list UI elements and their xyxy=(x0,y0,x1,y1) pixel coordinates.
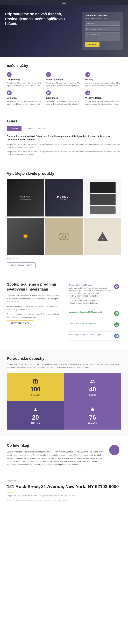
stat-awards: 76 Ocenění xyxy=(64,401,121,430)
about-para-2: Sample text. Click to select the text bo… xyxy=(7,150,121,156)
form-subtitle: Naplánujte si schůzku s námi xyxy=(85,18,120,20)
projects-icon xyxy=(32,378,39,384)
development-icon xyxy=(85,72,90,77)
stat-label: Clients xyxy=(89,394,96,396)
product-item: CUBIKEN KITCHEN DESIGN xyxy=(7,179,44,216)
webdesign-icon xyxy=(85,90,90,95)
team-icon xyxy=(32,406,39,413)
webinar-bullet: • Cursus in hac. xyxy=(69,298,113,299)
webinar-icon xyxy=(114,334,119,338)
stat-number: 100 xyxy=(30,386,40,393)
university-para-1: Etiam erat velit scelerisque in dictum n… xyxy=(7,294,61,303)
hero-title: Připravujeme se na váš úspěch, Poskytuje… xyxy=(5,12,77,26)
form-email-input[interactable] xyxy=(85,27,120,31)
webinar-tag: Create a Webinar in Minutes xyxy=(69,284,113,286)
service-name: Grafický design xyxy=(46,78,82,81)
view-more-button[interactable]: PROHLÉDNOUT VÍCE xyxy=(7,262,35,268)
design-icon xyxy=(46,72,51,77)
list-item: Logistika Sample text. Click to select t… xyxy=(7,90,43,105)
list-item: Webový design Sample text. Click to sele… xyxy=(85,90,121,105)
service-desc: Sample text. Click to select the text bo… xyxy=(46,82,82,87)
services-section: naše služby Copywriting Sample text. Cli… xyxy=(0,56,128,112)
webinar-bullet: • Purus ut faucibus pulvinar elementum. xyxy=(69,300,113,302)
stat-label: Náš tým xyxy=(31,422,40,424)
product-visual: Z xyxy=(84,218,121,255)
hamburger-line xyxy=(62,2,66,3)
products-section: Vytvářejte skvělé produkty CUBIKEN KITCH… xyxy=(0,164,128,275)
webinar-item: Management Sustainability Management xyxy=(67,309,121,318)
service-desc: Sample text. Click to select the text bo… xyxy=(85,100,121,105)
service-name: Webový design xyxy=(85,96,121,99)
form-submit-button[interactable]: Předložit xyxy=(85,42,100,47)
about-tabs: Overview Founder Mission xyxy=(7,126,121,131)
hero-text-block: Připravujeme se na váš úspěch, Poskytuje… xyxy=(5,12,77,28)
location-note: Sample text. Click to select the text bo… xyxy=(7,499,121,502)
stat-number: 20 xyxy=(32,414,39,421)
service-desc: Sample text. Click to select the text bo… xyxy=(46,100,82,105)
stat-label: Projekty xyxy=(31,394,40,396)
university-left: Spolupracujeme s předními světovými univ… xyxy=(7,282,61,326)
logistics-icon xyxy=(7,90,12,95)
advisory-title: Poradenské úspěchy xyxy=(7,356,121,361)
webinar-content: Learn how to grow your business xyxy=(69,322,96,325)
stats-grid: 100 Projekty 40 Clients 20 Náš tým 76 Oc… xyxy=(7,373,121,430)
webinar-tag: Learn how to grow your business xyxy=(69,322,96,324)
webinar-tag: Management Sustainability Management xyxy=(69,311,102,313)
stat-projects: 100 Projekty xyxy=(7,373,64,401)
awards-icon xyxy=(90,406,96,413)
location-tag: UMÍSTĚNÍ xyxy=(7,480,121,482)
form-name-input[interactable] xyxy=(85,21,120,26)
about-content: Brave je inovativní webové řešení, které… xyxy=(7,134,121,156)
services-grid: Copywriting Sample text. Click to select… xyxy=(7,72,121,105)
svg-point-2 xyxy=(62,233,66,236)
university-para-3: Feugiat in fermentum posuere urna nec. P… xyxy=(7,313,61,319)
webinar-icon xyxy=(114,322,119,327)
webinar-icon xyxy=(114,311,119,316)
location-desc: Sample text. Click to select the text bo… xyxy=(7,494,121,497)
stat-number: 76 xyxy=(89,414,96,421)
tab-founder[interactable]: Founder xyxy=(21,126,35,131)
about-para-1: Sample text. Click to select the text bo… xyxy=(7,143,121,149)
webinar-content: Management Sustainability Management xyxy=(69,311,102,314)
yellow-divider xyxy=(7,492,14,492)
location-address: 121 Rock Sreet, 21 Avenue, New York, NY … xyxy=(7,484,121,490)
webinar-bullet: • Tortor at risus viverra adipiscing at … xyxy=(69,295,113,297)
service-name: Rozvoj xyxy=(85,78,121,81)
products-grid: CUBIKEN KITCHEN DESIGN MOCKUP MOCKUP 🦁 xyxy=(7,179,121,255)
list-item: Rozvoj Sample text. Click to select the … xyxy=(85,72,121,87)
advisory-para: Sample text. Click to select the text bo… xyxy=(7,363,121,369)
form-title: Domluvte si schůzku xyxy=(85,14,120,17)
read-more-button[interactable]: PŘEČTĚTE SI VÍCE xyxy=(7,320,33,326)
hamburger-button[interactable] xyxy=(62,1,66,4)
hero-section: Připravujeme se na váš úspěch, Poskytuje… xyxy=(0,5,128,56)
product-visual xyxy=(45,218,83,255)
product-visual xyxy=(84,179,121,216)
svg-text:Z: Z xyxy=(102,237,104,240)
webinar-item: Learn how to grow your business xyxy=(67,320,121,329)
testimonial-right: " xyxy=(108,443,121,466)
tab-overview[interactable]: Overview xyxy=(7,126,21,131)
testimonial-section: Co lidé říkají Článek, evidentně dorazí … xyxy=(0,436,128,473)
copywriting-icon xyxy=(7,72,12,77)
service-name: Logistika xyxy=(7,96,43,99)
quote-icon: " xyxy=(109,445,120,455)
advisory-section: Poradenské úspěchy Sample text. Click to… xyxy=(0,350,128,436)
form-message-input[interactable] xyxy=(85,32,120,41)
stat-clients: 40 Clients xyxy=(64,373,121,401)
university-right: Create a Webinar in Minutes Mattis nunc … xyxy=(67,282,121,343)
webinar-content: Create a Webinar in Minutes Mattis nunc … xyxy=(69,284,113,304)
testimonial-title: Co lidé říkají xyxy=(7,443,104,448)
webinar-desc: Mattis nunc sed blandit libero volutpat.… xyxy=(69,287,113,294)
tab-mission[interactable]: Mission xyxy=(35,126,48,131)
university-para-2: Facilisi morbi tempus iaculis urna id vo… xyxy=(7,305,61,311)
service-name: Konzultace xyxy=(46,96,82,99)
hero-form: Domluvte si schůzku Naplánujte si schůzk… xyxy=(82,12,123,50)
webinar-bullet: • Blandit turpis cursus a hac habitasse. xyxy=(69,302,113,304)
products-title: Vytvářejte skvělé produkty xyxy=(7,171,121,176)
webinar-tag: Practical tips to help you price your pr… xyxy=(69,334,106,336)
consult-icon xyxy=(46,90,51,95)
product-visual: CUBIKEN KITCHEN DESIGN xyxy=(7,179,44,216)
product-item: 🦁 xyxy=(7,218,44,255)
webinar-item: Practical tips to help you price your pr… xyxy=(67,332,121,341)
about-section: O nás Overview Founder Mission Brave je … xyxy=(0,112,128,164)
